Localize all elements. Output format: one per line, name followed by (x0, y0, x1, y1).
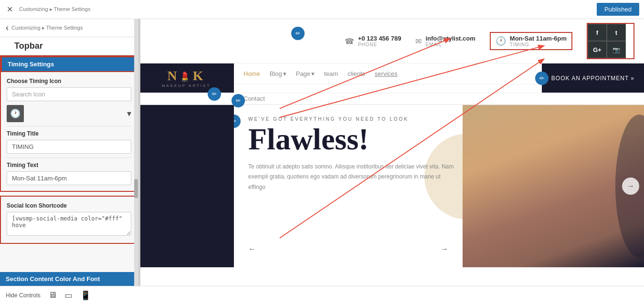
panel-divider (138, 19, 140, 286)
site-logo: N💄K MAKEUP ARTIST (138, 63, 234, 93)
phone-contact: ☎ +0 123 456 789 PHONE (345, 35, 401, 47)
social-icon-box: Social Icon Shortcode [vwsmp-social-medi… (0, 196, 138, 244)
facebook-icon-btn[interactable]: f (588, 24, 607, 41)
back-arrow-icon[interactable]: ‹ (6, 23, 9, 33)
timing-settings-header: Timing Settings (1, 56, 137, 72)
page-chevron: ▾ (311, 70, 315, 77)
site-nav: Home Blog ▾ Page ▾ team clients services (234, 63, 542, 84)
edit-pencil-contact-nav[interactable]: ✏ (232, 94, 245, 107)
divider-1 (7, 126, 131, 126)
mobile-view-icon[interactable]: 📱 (80, 290, 91, 301)
breadcrumb: Customizing ▸ Theme Settings (19, 6, 90, 12)
section-content-bar[interactable]: Section Content Color And Font (0, 272, 138, 286)
social-icon-content: Social Icon Shortcode [vwsmp-social-medi… (1, 197, 137, 243)
nav-page[interactable]: Page ▾ (296, 70, 315, 77)
timing-title-label: Timing Title (7, 130, 131, 137)
logo-subtitle: MAKEUP ARTIST (162, 84, 211, 88)
timing-text-display: Mon-Sat 11am-6pm (510, 35, 567, 42)
tablet-view-icon[interactable]: ▭ (64, 290, 73, 301)
nav-services[interactable]: services (375, 70, 398, 77)
main-area: ‹ Customizing ▸ Theme Settings Topbar Ti… (0, 19, 644, 286)
hero-content: ✏ WE'VE GOT EVERYTHING YOU NEED TO LOOK … (234, 105, 644, 267)
timing-settings-content: Choose Timing Icon 🕐 ▾ Timing Title Ti (1, 72, 137, 191)
gplus-icon-btn[interactable]: G+ (588, 41, 607, 58)
phone-number: +0 123 456 789 (358, 35, 401, 42)
hide-controls-label[interactable]: Hide Controls (6, 292, 41, 299)
bottom-bar: Hide Controls 🖥 ▭ 📱 (0, 286, 644, 304)
published-button[interactable]: Published (597, 3, 639, 16)
hero-subtitle: WE'VE GOT EVERYTHING YOU NEED TO LOOK (248, 116, 630, 122)
timing-label: TIMING (510, 42, 567, 47)
site-topbar: ✏ ☎ +0 123 456 789 PHONE ✉ info@stylis (138, 19, 644, 63)
nav-clients[interactable]: clients (348, 70, 365, 77)
breadcrumb-panel: Customizing ▸ Theme Settings (11, 25, 83, 31)
timing-text-input[interactable] (7, 171, 131, 185)
timing-clock-icon: 🕐 (496, 36, 506, 46)
top-bar: ✕ Customizing ▸ Theme Settings Published (0, 0, 644, 19)
email-contact: ✉ info@stylist.com EMAIL (415, 35, 475, 47)
twitter-icon-btn[interactable]: t (607, 24, 626, 41)
panel-content: Timing Settings Choose Timing Icon 🕐 ▾ T… (0, 55, 138, 286)
timing-title-input[interactable] (7, 140, 131, 154)
book-appointment-btn[interactable]: BOOK AN APPOINTMENT » (551, 75, 634, 82)
edit-pencil-nav[interactable]: ✏ (535, 72, 549, 85)
hero-title: Flawless! (248, 126, 630, 153)
panel-title: Topbar (0, 37, 138, 55)
arrow-left-btn[interactable]: ← (243, 241, 261, 258)
social-icon-shortcode-input[interactable]: [vwsmp-social-media color="#fff" hove (7, 212, 131, 236)
desktop-view-icon[interactable]: 🖥 (48, 290, 57, 300)
edit-pencil-hero[interactable]: ✏ (234, 115, 241, 128)
site-hero: ✏ WE'VE GOT EVERYTHING YOU NEED TO LOOK … (138, 105, 644, 267)
book-appointment-area: ✏ BOOK AN APPOINTMENT » (542, 63, 644, 93)
social-icon-label: Social Icon Shortcode (7, 202, 131, 209)
left-panel: ‹ Customizing ▸ Theme Settings Topbar Ti… (0, 19, 138, 286)
social-icons-box: f t G+ 📷 (587, 23, 634, 59)
blog-chevron: ▾ (283, 70, 286, 77)
timing-settings-box: Timing Settings Choose Timing Icon 🕐 ▾ T… (0, 55, 138, 192)
phone-label: PHONE (358, 42, 401, 47)
nav-home[interactable]: Home (243, 70, 260, 77)
divider-2 (7, 157, 131, 158)
hero-body: Te obtinuit ut adepto satis somno. Aliis… (248, 162, 458, 193)
site-sidebar-dark (138, 105, 234, 267)
nav-contact[interactable]: Contact (243, 95, 265, 102)
choose-icon-label: Choose Timing Icon (7, 78, 131, 84)
panel-header: ‹ Customizing ▸ Theme Settings (0, 19, 138, 37)
email-icon: ✉ (415, 37, 422, 46)
timing-text-label: Timing Text (7, 162, 131, 168)
icon-selector: 🕐 ▾ (7, 105, 131, 122)
website-preview: ✏ ☎ +0 123 456 789 PHONE ✉ info@stylis (138, 19, 644, 286)
hero-text: WE'VE GOT EVERYTHING YOU NEED TO LOOK Fl… (248, 116, 630, 192)
email-label: EMAIL (425, 42, 475, 47)
icon-dropdown-arrow[interactable]: ▾ (127, 108, 131, 119)
edit-pencil-logo[interactable]: ✏ (208, 87, 221, 101)
app-container: ✕ Customizing ▸ Theme Settings Published… (0, 0, 644, 304)
phone-icon: ☎ (345, 37, 354, 46)
instagram-icon-btn[interactable]: 📷 (607, 41, 626, 58)
site-nav-container: N💄K MAKEUP ARTIST ✏ Home Blog ▾ Page ▾ t… (138, 63, 644, 93)
search-icon-input[interactable] (7, 87, 131, 101)
arrow-right-btn[interactable]: → (436, 241, 453, 258)
email-address: info@stylist.com (425, 35, 475, 42)
panel-scrollbar-thumb (134, 179, 138, 198)
clock-icon-preview: 🕐 (7, 105, 24, 122)
timing-contact: 🕐 Mon-Sat 11am-6pm TIMING (490, 32, 572, 50)
logo-letters: N💄K (162, 68, 211, 84)
edit-pencil-topbar[interactable]: ✏ (291, 27, 305, 40)
preview-area: ✏ ☎ +0 123 456 789 PHONE ✉ info@stylis (138, 19, 644, 286)
panel-scrollbar[interactable] (134, 19, 138, 286)
nav-team[interactable]: team (324, 70, 338, 77)
nav-blog[interactable]: Blog ▾ (270, 70, 286, 77)
close-button[interactable]: ✕ (5, 5, 14, 14)
